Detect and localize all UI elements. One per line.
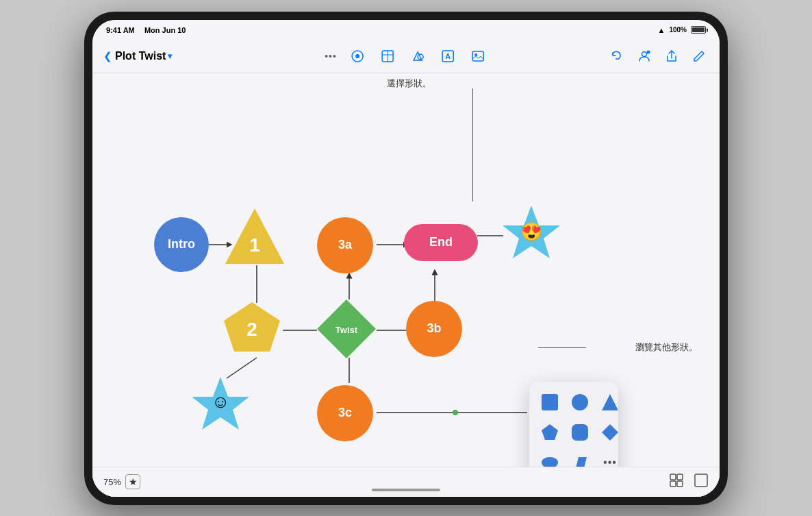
zoom-level: 75%: [103, 477, 121, 487]
toolbar-dots: •••: [325, 51, 337, 62]
svg-point-10: [642, 52, 647, 57]
collaborate-icon[interactable]: [635, 47, 654, 66]
annotation-line-bottom: [538, 347, 586, 348]
svg-point-11: [647, 51, 650, 54]
app-title: Plot Twist ▾: [115, 50, 172, 62]
svg-marker-35: [542, 424, 558, 440]
picker-circle[interactable]: [568, 390, 592, 415]
status-right: ▲ 100%: [658, 26, 706, 34]
svg-rect-43: [677, 481, 683, 487]
battery-fill: [692, 27, 705, 32]
node-3c[interactable]: 3c: [317, 385, 373, 441]
bottom-right-controls: [669, 473, 709, 491]
zoom-button[interactable]: ★: [125, 474, 140, 489]
svg-rect-36: [572, 424, 588, 441]
undo-icon[interactable]: [607, 47, 626, 66]
ipad-screen: 9:41 AM Mon Jun 10 ▲ 100% ❮: [92, 20, 720, 497]
annotation-select-shape: 選擇形狀。: [387, 77, 431, 90]
home-indicator: [372, 489, 440, 491]
dropdown-icon[interactable]: ▾: [168, 51, 172, 61]
wifi-icon: ▲: [658, 26, 665, 34]
svg-point-22: [453, 410, 458, 415]
time: 9:41 AM: [106, 26, 135, 34]
svg-point-33: [572, 394, 588, 410]
battery-icon: [691, 26, 706, 34]
picker-triangle[interactable]: [598, 390, 622, 415]
svg-text:1: 1: [249, 234, 260, 256]
shapes-tool-icon[interactable]: [408, 47, 427, 66]
share-icon[interactable]: [662, 47, 681, 66]
svg-text:Twist: Twist: [335, 325, 358, 335]
diagram-connectors: [92, 73, 720, 497]
annotation-line-top: [472, 88, 473, 201]
fullscreen-icon[interactable]: [694, 473, 709, 491]
svg-marker-34: [602, 394, 618, 410]
text-tool-icon[interactable]: A: [438, 47, 457, 66]
svg-text:A: A: [445, 52, 451, 60]
picker-rounded-square[interactable]: [568, 420, 592, 445]
date: Mon Jun 10: [144, 26, 186, 34]
battery-percent: 100%: [669, 26, 687, 34]
edit-icon[interactable]: [689, 47, 709, 66]
back-chevron-icon: ❮: [103, 50, 112, 62]
node-star2[interactable]: ☺️: [190, 373, 251, 435]
node-3a[interactable]: 3a: [317, 217, 373, 273]
svg-text:2: 2: [246, 319, 257, 340]
bookmark-icon: ★: [129, 476, 138, 487]
picker-diamond[interactable]: [598, 420, 622, 445]
svg-rect-8: [472, 51, 483, 61]
svg-point-1: [355, 54, 359, 58]
svg-rect-42: [670, 481, 676, 487]
node-star1[interactable]: 😍: [500, 202, 562, 264]
node-1[interactable]: 1: [224, 207, 286, 265]
screen-content: ❮ Plot Twist ▾ •••: [92, 40, 720, 497]
node-intro[interactable]: Intro: [154, 217, 209, 272]
svg-rect-41: [677, 474, 683, 480]
bottom-bar: 75% ★: [92, 467, 720, 497]
node-2[interactable]: 2: [224, 299, 280, 356]
draw-tool-icon[interactable]: [348, 47, 367, 66]
node-twist[interactable]: Twist: [316, 298, 377, 360]
node-3b[interactable]: 3b: [406, 301, 462, 357]
back-button[interactable]: ❮: [103, 50, 112, 62]
status-left: 9:41 AM Mon Jun 10: [106, 26, 186, 34]
svg-rect-32: [542, 394, 558, 410]
annotation-browse-shapes: 瀏覽其他形狀。: [635, 341, 698, 354]
canvas-area: 選擇形狀。 瀏覽其他形狀。: [92, 73, 720, 497]
status-bar: 9:41 AM Mon Jun 10 ▲ 100%: [92, 20, 720, 40]
picker-pentagon[interactable]: [537, 420, 562, 445]
svg-rect-44: [695, 474, 707, 487]
table-tool-icon[interactable]: [378, 47, 397, 66]
image-tool-icon[interactable]: [468, 47, 487, 66]
ipad-frame: 9:41 AM Mon Jun 10 ▲ 100% ❮: [84, 12, 728, 505]
arrange-icon[interactable]: [669, 473, 684, 491]
svg-rect-40: [670, 474, 676, 480]
toolbar-center: •••: [325, 47, 487, 66]
node-end[interactable]: End: [404, 224, 478, 261]
toolbar: ❮ Plot Twist ▾ •••: [92, 40, 720, 73]
picker-square[interactable]: [537, 390, 562, 415]
svg-marker-37: [602, 424, 618, 441]
zoom-control: 75% ★: [103, 474, 140, 489]
